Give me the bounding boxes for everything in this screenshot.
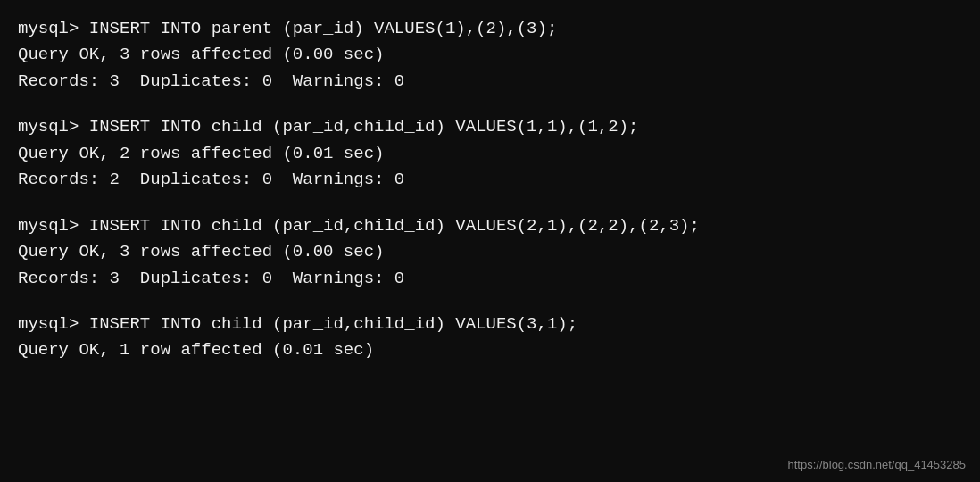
command-block-4: mysql> INSERT INTO child (par_id,child_i… [18,312,962,364]
terminal-line: mysql> INSERT INTO child (par_id,child_i… [18,114,962,140]
terminal-window: mysql> INSERT INTO parent (par_id) VALUE… [0,0,980,400]
terminal-line: Records: 2 Duplicates: 0 Warnings: 0 [18,167,962,193]
terminal-line: mysql> INSERT INTO parent (par_id) VALUE… [18,16,962,42]
terminal-line: Query OK, 1 row affected (0.01 sec) [18,337,962,363]
command-block-2: mysql> INSERT INTO child (par_id,child_i… [18,114,962,193]
terminal-line: Query OK, 3 rows affected (0.00 sec) [18,42,962,68]
terminal-line: mysql> INSERT INTO child (par_id,child_i… [18,213,962,239]
terminal-line: Records: 3 Duplicates: 0 Warnings: 0 [18,266,962,292]
command-block-3: mysql> INSERT INTO child (par_id,child_i… [18,213,962,292]
watermark: https://blog.csdn.net/qq_41453285 [788,458,967,471]
command-block-1: mysql> INSERT INTO parent (par_id) VALUE… [18,16,962,95]
terminal-line: Records: 3 Duplicates: 0 Warnings: 0 [18,69,962,95]
terminal-line: mysql> INSERT INTO child (par_id,child_i… [18,312,962,337]
terminal-line: Query OK, 3 rows affected (0.00 sec) [18,239,962,265]
terminal-line: Query OK, 2 rows affected (0.01 sec) [18,141,962,167]
